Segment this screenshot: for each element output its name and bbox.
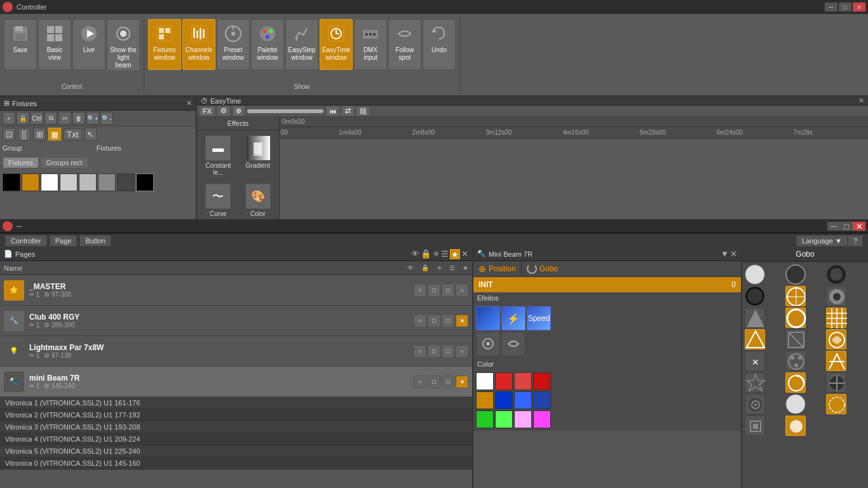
pages-star-button[interactable]: ★: [450, 249, 460, 259]
effect-wave-button[interactable]: [476, 306, 500, 330]
gobo-item[interactable]: [745, 308, 765, 328]
lightmaxx-ctrl-3[interactable]: □: [442, 345, 454, 358]
gobo-item[interactable]: [785, 416, 806, 436]
gobo-item[interactable]: [745, 372, 765, 393]
swatch-6[interactable]: [117, 173, 135, 191]
color-green[interactable]: [476, 410, 494, 428]
swatch-3[interactable]: [60, 173, 78, 191]
color-darkred[interactable]: [533, 372, 551, 390]
view-btn-cursor[interactable]: ↖: [85, 128, 97, 140]
tab-groups-rect[interactable]: Groups rect: [40, 157, 88, 168]
master-ctrl-2[interactable]: □: [428, 284, 440, 297]
view-btn-3[interactable]: ⊞: [33, 128, 46, 140]
swatch-4[interactable]: [79, 173, 97, 191]
swatch-2[interactable]: [41, 173, 58, 191]
gobo-item[interactable]: [785, 308, 806, 328]
gobo-item[interactable]: [826, 351, 846, 371]
vitronica-item-6[interactable]: Vitronica 0 (VITRONICA.SSL2) U1 145-160: [0, 458, 472, 470]
fixtures-copy-button[interactable]: ⧉: [44, 112, 57, 125]
timeline-canvas[interactable]: [280, 139, 868, 222]
gobo-item[interactable]: [826, 394, 846, 414]
settings-button[interactable]: ⚙: [217, 105, 230, 116]
palette-window-button[interactable]: Palette window: [251, 19, 284, 70]
gobo-item[interactable]: [785, 286, 806, 306]
fixtures-cut-button[interactable]: ✂: [58, 112, 71, 125]
lightmaxx-ctrl-4[interactable]: ○: [456, 345, 468, 358]
list-item[interactable]: 🔦 mini Beam 7R ✏ 1 ⚙ 145-240 ○ □ □: [0, 367, 472, 397]
minibeam-expand-button[interactable]: ▼: [721, 249, 729, 259]
vitronica-item-5[interactable]: Vitronica 5 (VITRONICA.SSL2) U1 225-240: [0, 445, 472, 458]
follow-spot-button[interactable]: Follow spot: [388, 19, 421, 70]
effect-curve[interactable]: 〜 Curve: [200, 181, 237, 220]
effect-gradient[interactable]: ▓ Gradient: [240, 133, 277, 179]
color-pink[interactable]: [514, 410, 532, 428]
pages-collapse-button[interactable]: ✕: [461, 249, 468, 259]
swatch-0[interactable]: [3, 173, 20, 191]
dmx-input-button[interactable]: DMX input: [354, 19, 387, 70]
show-light-beam-button[interactable]: Show the light beam: [107, 19, 140, 71]
view-btn-txt[interactable]: Txt: [64, 128, 82, 140]
club-ctrl-1[interactable]: ○: [414, 315, 426, 327]
club-ctrl-4[interactable]: ★: [456, 315, 468, 327]
minibeam-ctrl-2[interactable]: □: [428, 376, 440, 388]
help-button[interactable]: ?: [848, 235, 863, 247]
controller-tab[interactable]: Controller: [5, 235, 47, 247]
effect-tilt-button[interactable]: [501, 332, 526, 356]
gobo-item[interactable]: [826, 308, 846, 328]
gobo-item[interactable]: [745, 264, 765, 285]
undo-button[interactable]: Undo: [423, 19, 456, 70]
effect-color[interactable]: 🎨 Color: [240, 181, 277, 220]
club-ctrl-3[interactable]: □: [442, 315, 454, 327]
gobo-item[interactable]: [785, 264, 806, 285]
fx-extra-button[interactable]: ⊕: [233, 105, 245, 116]
list-item[interactable]: 🔧 Club 400 RGY ✏ 1 ⚙ 289-300 ○ □ □: [0, 306, 472, 336]
minibeam-close-button[interactable]: ✕: [730, 249, 737, 259]
page-tab[interactable]: Page: [50, 235, 78, 247]
basic-view-button[interactable]: Basic view: [38, 19, 71, 70]
fixtures-zoom-out-button[interactable]: 🔍-: [100, 112, 113, 125]
view-btn-1[interactable]: ⊡: [3, 128, 15, 140]
gobo-item[interactable]: [745, 286, 765, 306]
gobo-item[interactable]: [826, 372, 846, 393]
gobo-item[interactable]: [745, 394, 765, 414]
gobo-item[interactable]: [785, 329, 806, 349]
easystep-window-button[interactable]: EasyStep window: [285, 19, 318, 70]
list-item[interactable]: 💡 Lightmaxx Par 7x8W ✏ 1 ⚙ 97-138 ○ □ □: [0, 336, 472, 367]
master-ctrl-3[interactable]: □: [442, 284, 454, 297]
gobo-item[interactable]: [826, 286, 846, 306]
minibeam-ctrl-4[interactable]: ★: [456, 376, 468, 388]
minibeam-ctrl-3[interactable]: □: [442, 376, 454, 388]
easytime-close[interactable]: ✕: [858, 97, 864, 105]
lightmaxx-ctrl-2[interactable]: □: [428, 345, 440, 358]
swatch-1[interactable]: [22, 173, 39, 191]
pages-lock-button[interactable]: 🔒: [421, 249, 431, 259]
color-blue2[interactable]: [514, 391, 532, 409]
color-red2[interactable]: [514, 372, 532, 390]
gobo-item[interactable]: [826, 329, 846, 349]
club-ctrl-2[interactable]: □: [428, 315, 440, 327]
second-close[interactable]: ✕: [853, 222, 865, 231]
fixtures-add-button[interactable]: +: [3, 112, 15, 125]
fx-button[interactable]: FX: [200, 106, 215, 116]
gobo-item[interactable]: [785, 394, 806, 414]
master-ctrl-4[interactable]: ○: [456, 284, 468, 297]
gobo-item[interactable]: [745, 329, 765, 349]
fixtures-close-button[interactable]: ✕: [186, 99, 192, 107]
color-red[interactable]: [495, 372, 513, 390]
fixtures-lock-button[interactable]: 🔒: [17, 112, 29, 125]
vitronica-item-4[interactable]: Vitronica 4 (VITRONICA.SSL2) U1 209-224: [0, 433, 472, 445]
view-btn-grid[interactable]: ▦: [48, 128, 61, 140]
pages-asterisk-button[interactable]: ✳: [433, 249, 440, 259]
gobo-item[interactable]: [785, 351, 806, 371]
preset-window-button[interactable]: Preset window: [217, 19, 250, 70]
second-minimize[interactable]: ─: [827, 222, 840, 231]
maximize-button[interactable]: □: [839, 3, 851, 11]
pages-arrange-button[interactable]: ☰: [441, 249, 449, 259]
vitronica-item-1[interactable]: Vitronica 1 (VITRONICA.SSL2) U1 161-176: [0, 397, 472, 409]
gobo-tab[interactable]: Gobo: [522, 261, 563, 276]
live-button[interactable]: Live: [72, 19, 105, 70]
gobo-item[interactable]: [745, 416, 765, 436]
button-tab[interactable]: Button: [79, 235, 111, 247]
easytime-window-button[interactable]: EasyTime window: [320, 19, 353, 70]
chain-button[interactable]: ⛓: [356, 106, 370, 116]
